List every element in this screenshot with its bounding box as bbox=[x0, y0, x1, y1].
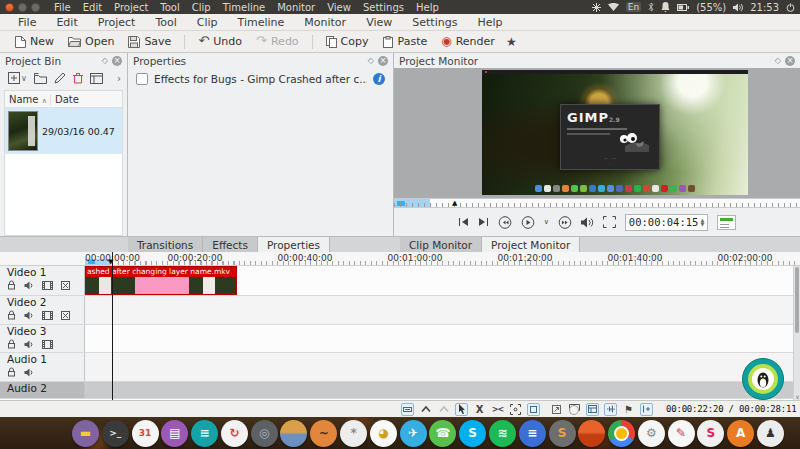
redo-button[interactable]: ↷Redo bbox=[249, 33, 306, 50]
clock[interactable]: 21:53 bbox=[750, 2, 779, 13]
battery-percentage[interactable]: (55%) bbox=[696, 2, 726, 13]
column-name[interactable]: Name ∧ bbox=[5, 94, 51, 105]
menu-project[interactable]: Project bbox=[88, 16, 146, 29]
global-menu-file[interactable]: File bbox=[48, 2, 77, 13]
effect-enable-checkbox[interactable] bbox=[136, 73, 148, 85]
menu-help[interactable]: Help bbox=[467, 16, 512, 29]
volume-icon[interactable] bbox=[733, 3, 743, 12]
dock-icon-backup[interactable]: ↻ bbox=[221, 420, 248, 447]
delete-clip-button[interactable] bbox=[73, 72, 83, 84]
menu-clip[interactable]: Clip bbox=[187, 16, 228, 29]
dock-icon-firefox[interactable] bbox=[578, 420, 605, 447]
snap-toggle[interactable]: ⚑ bbox=[622, 403, 635, 416]
volume-button[interactable] bbox=[581, 217, 594, 228]
menu-file[interactable]: File bbox=[8, 16, 46, 29]
speaker-icon[interactable] bbox=[24, 281, 34, 290]
dock-icon-appcenter[interactable]: A bbox=[727, 420, 754, 447]
global-menu-clip[interactable]: Clip bbox=[186, 2, 217, 13]
lock-icon[interactable] bbox=[7, 310, 16, 320]
dock-icon-lens[interactable]: ◎ bbox=[251, 420, 278, 447]
tab-effects[interactable]: Effects bbox=[203, 237, 258, 253]
global-menu-project[interactable]: Project bbox=[108, 2, 154, 13]
track-lane[interactable] bbox=[85, 325, 800, 352]
dock-icon-terminal[interactable]: >_ bbox=[102, 420, 129, 447]
bluetooth-icon[interactable] bbox=[648, 2, 654, 12]
monitor-playhead-icon[interactable]: ▲ bbox=[452, 200, 457, 207]
battery-icon[interactable] bbox=[677, 4, 689, 11]
close-panel-icon[interactable]: × bbox=[112, 56, 122, 66]
fx-icon[interactable] bbox=[61, 281, 70, 290]
notification-bell-icon[interactable] bbox=[661, 2, 670, 12]
menu-view[interactable]: View bbox=[356, 16, 402, 29]
fx-icon[interactable] bbox=[61, 311, 70, 320]
clip-row[interactable]: 29/03/16 00.47 bbox=[5, 108, 122, 154]
monitor-video-area[interactable]: GIMP2.9 — · —· bbox=[394, 68, 800, 198]
add-clip-button[interactable]: ∨ bbox=[8, 72, 27, 84]
workspace-icon[interactable] bbox=[592, 3, 601, 12]
dock-icon-weather[interactable] bbox=[280, 420, 307, 447]
track-lane[interactable] bbox=[85, 296, 800, 324]
paste-button[interactable]: Paste bbox=[376, 33, 435, 50]
open-button[interactable]: Open bbox=[61, 33, 121, 50]
dock-icon-notes[interactable]: ≡ bbox=[191, 420, 218, 447]
speaker-icon[interactable] bbox=[24, 311, 34, 320]
global-menu-settings[interactable]: Settings bbox=[357, 2, 410, 13]
zoom-slider-handle[interactable] bbox=[569, 405, 579, 415]
zoom-in-button[interactable] bbox=[550, 403, 563, 416]
insert-zone-button[interactable] bbox=[640, 403, 653, 416]
dock-icon-photos[interactable]: ◕ bbox=[370, 420, 397, 447]
info-icon[interactable]: i bbox=[373, 73, 385, 85]
track-header[interactable]: Video 1 bbox=[0, 266, 85, 295]
timeline-scrollbar[interactable]: ∨ bbox=[793, 266, 800, 400]
timeline[interactable]: Video 1ashed after changing layer name.m… bbox=[0, 266, 800, 400]
track-lane[interactable]: ashed after changing layer name.mkv bbox=[85, 266, 800, 295]
track-header[interactable]: Audio 1 bbox=[0, 353, 85, 381]
menu-monitor[interactable]: Monitor bbox=[294, 16, 356, 29]
rewind-button[interactable] bbox=[498, 216, 512, 229]
menu-settings[interactable]: Settings bbox=[402, 16, 467, 29]
track-header[interactable]: Video 2 bbox=[0, 296, 85, 324]
lock-icon[interactable] bbox=[7, 339, 16, 349]
dock-icon-files[interactable]: ▬ bbox=[72, 420, 99, 447]
tab-transitions[interactable]: Transitions bbox=[128, 237, 203, 253]
lock-icon[interactable] bbox=[7, 367, 16, 377]
lock-icon[interactable] bbox=[7, 280, 16, 290]
film-icon[interactable] bbox=[42, 311, 53, 320]
film-icon[interactable] bbox=[42, 281, 53, 290]
global-menu-view[interactable]: View bbox=[321, 2, 357, 13]
edit-clip-button[interactable] bbox=[54, 72, 66, 84]
new-button[interactable]: New bbox=[8, 33, 61, 50]
dock-icon-sublime[interactable]: S bbox=[549, 420, 576, 447]
dock-icon-documents[interactable]: ▤ bbox=[161, 420, 188, 447]
tab-project-monitor[interactable]: Project Monitor bbox=[482, 237, 580, 253]
create-folder-button[interactable] bbox=[34, 73, 47, 84]
dock-icon-spotify[interactable]: ≋ bbox=[489, 420, 516, 447]
zoom-out-button[interactable] bbox=[527, 403, 540, 416]
dock-icon-calendar[interactable]: 31 bbox=[132, 420, 159, 447]
keyboard-layout-indicator[interactable]: En bbox=[626, 2, 641, 12]
play-button[interactable] bbox=[521, 216, 535, 229]
fast-forward-button[interactable] bbox=[558, 216, 572, 229]
dock-icon-butterfly[interactable]: * bbox=[340, 420, 367, 447]
star-icon[interactable]: ★ bbox=[506, 35, 517, 49]
play-options-chevron-icon[interactable]: ∨ bbox=[544, 218, 549, 226]
dock-icon-chrome[interactable] bbox=[608, 420, 635, 447]
window-minimize-button[interactable] bbox=[18, 3, 27, 12]
menu-timeline[interactable]: Timeline bbox=[228, 16, 295, 29]
razor-tool-button[interactable]: X bbox=[473, 403, 486, 416]
track-header[interactable]: Video 3 bbox=[0, 325, 85, 352]
dock-icon-telegram[interactable]: ✈ bbox=[400, 420, 427, 447]
float-panel-icon[interactable]: ◇ bbox=[775, 56, 781, 66]
global-menu-tool[interactable]: Tool bbox=[154, 2, 185, 13]
film-icon[interactable] bbox=[42, 340, 53, 349]
global-menu-monitor[interactable]: Monitor bbox=[271, 2, 321, 13]
track-lane[interactable] bbox=[85, 353, 800, 381]
close-panel-icon[interactable]: × bbox=[785, 56, 795, 66]
menu-tool[interactable]: Tool bbox=[145, 16, 186, 29]
video-thumbnails-toggle[interactable] bbox=[586, 403, 599, 416]
speaker-icon[interactable] bbox=[24, 368, 34, 377]
fit-zoom-button[interactable] bbox=[509, 403, 522, 416]
dock-icon-skype[interactable]: S bbox=[459, 420, 486, 447]
scrollbar-down-arrow[interactable]: ∨ bbox=[794, 393, 800, 400]
zone-mode-button[interactable] bbox=[603, 216, 616, 228]
